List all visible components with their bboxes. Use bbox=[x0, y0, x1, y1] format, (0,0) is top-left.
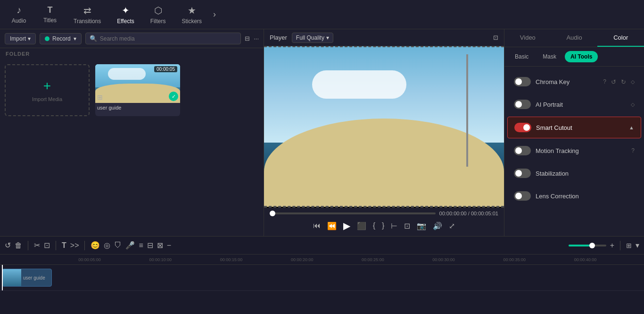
nav-filters[interactable]: ⬡ Filters bbox=[144, 2, 173, 27]
right-panel: Video Audio Color Basic Mask AI Tools bbox=[504, 29, 644, 236]
cut-icon[interactable]: ✂ bbox=[34, 241, 40, 250]
search-input[interactable] bbox=[100, 35, 237, 42]
import-button[interactable]: Import ▾ bbox=[5, 33, 36, 44]
mark-out-icon[interactable]: } bbox=[382, 221, 384, 230]
center-panel: Player Full Quality ▾ ⊡ bbox=[264, 29, 504, 236]
circle-icon[interactable]: ◎ bbox=[104, 241, 110, 250]
smart-cutout-expand-icon[interactable]: ▲ bbox=[629, 125, 634, 130]
nav-effects-label: Effects bbox=[117, 18, 134, 25]
effects-icon: ✦ bbox=[122, 5, 130, 16]
crop-icon[interactable]: ⊡ bbox=[44, 241, 50, 250]
ruler-mark-2: 00:00:10:00 bbox=[148, 257, 219, 262]
more-options-icon[interactable]: ··· bbox=[254, 35, 259, 42]
ai-tool-ai-portrait[interactable]: AI Portrait ◇ bbox=[507, 94, 641, 115]
timeline-tracks: user guide bbox=[0, 265, 644, 314]
ai-tool-chroma-key[interactable]: Chroma Key ? ↺ ↻ ◇ bbox=[507, 71, 641, 92]
ai-tool-stabilization[interactable]: Stabilization bbox=[507, 163, 641, 184]
ai-portrait-diamond-icon: ◇ bbox=[631, 102, 635, 108]
ai-portrait-toggle[interactable] bbox=[514, 100, 531, 109]
mic-icon[interactable]: 🎤 bbox=[125, 241, 135, 250]
minus-zoom-icon[interactable]: − bbox=[167, 241, 171, 250]
stabilization-toggle[interactable] bbox=[514, 169, 531, 178]
motion-tracking-help-icon[interactable]: ? bbox=[631, 147, 635, 154]
nav-expand-icon[interactable]: › bbox=[213, 9, 216, 19]
video-cloud bbox=[312, 70, 406, 99]
undo-icon[interactable]: ↺ bbox=[5, 241, 11, 250]
progress-thumb[interactable] bbox=[270, 211, 275, 216]
mark-in-icon[interactable]: { bbox=[373, 221, 375, 230]
step-back-icon[interactable]: ⏪ bbox=[327, 221, 337, 230]
split-icon[interactable]: ⊠ bbox=[157, 241, 163, 250]
zoom-control bbox=[569, 245, 606, 246]
subtab-basic[interactable]: Basic bbox=[509, 51, 534, 62]
progress-track[interactable] bbox=[270, 212, 436, 214]
chroma-key-undo-icon[interactable]: ↺ bbox=[611, 78, 616, 85]
nav-audio[interactable]: ♪ Audio bbox=[5, 2, 33, 27]
chroma-key-toggle[interactable] bbox=[514, 77, 531, 86]
snapshot-icon[interactable]: 📷 bbox=[417, 221, 426, 230]
media-item-user-guide[interactable]: 00:00:05 ⊞ ✓ user guide bbox=[95, 64, 180, 116]
media-duration: 00:00:05 bbox=[154, 66, 177, 72]
stickers-icon: ★ bbox=[188, 5, 196, 16]
track-row-video: user guide bbox=[0, 265, 644, 291]
emoji-icon[interactable]: 😊 bbox=[91, 241, 100, 250]
media-thumbnail: 00:00:05 ⊞ ✓ bbox=[95, 64, 180, 103]
ai-tool-smart-cutout[interactable]: Smart Cutout ▲ bbox=[507, 117, 641, 138]
toolbar-icons: ⊟ ··· bbox=[245, 35, 259, 42]
play-icon[interactable]: ▶ bbox=[343, 220, 350, 231]
filter-icon[interactable]: ⊟ bbox=[245, 35, 250, 42]
nav-transitions[interactable]: ⇄ Transitions bbox=[67, 2, 107, 27]
text-icon[interactable]: T bbox=[62, 241, 66, 250]
zoom-thumb[interactable] bbox=[589, 243, 595, 248]
quality-select[interactable]: Full Quality ▾ bbox=[292, 33, 333, 43]
nav-titles[interactable]: T Titles bbox=[36, 2, 64, 26]
search-area[interactable]: 🔍 bbox=[85, 33, 241, 44]
delete-icon[interactable]: 🗑 bbox=[15, 241, 22, 250]
progress-bar: 00:00:00:00 / 00:00:05:01 bbox=[270, 211, 498, 216]
fullscreen-icon[interactable]: ⊡ bbox=[493, 34, 498, 41]
more-icon[interactable]: ▾ bbox=[636, 241, 639, 250]
motion-tracking-toggle[interactable] bbox=[514, 146, 531, 155]
video-border-top bbox=[264, 46, 504, 48]
fullscreen-btn[interactable]: ⊡ bbox=[404, 221, 410, 230]
list-icon[interactable]: ≡ bbox=[139, 241, 143, 250]
toggle-knob bbox=[515, 170, 522, 177]
ai-tool-motion-tracking[interactable]: Motion Tracking ? bbox=[507, 140, 641, 161]
media-name: user guide bbox=[95, 103, 180, 111]
video-clip[interactable]: user guide bbox=[2, 269, 52, 287]
zoom-track[interactable] bbox=[569, 245, 606, 246]
lens-correction-toggle[interactable] bbox=[514, 191, 531, 201]
transitions-icon: ⇄ bbox=[83, 5, 91, 16]
record-button[interactable]: Record ▾ bbox=[40, 33, 82, 44]
nav-titles-label: Titles bbox=[43, 17, 57, 24]
chroma-key-diamond-icon: ◇ bbox=[631, 79, 635, 85]
tab-video[interactable]: Video bbox=[504, 29, 551, 47]
insert-icon[interactable]: ⊢ bbox=[391, 221, 397, 230]
subtitle-icon[interactable]: ⊟ bbox=[147, 241, 153, 250]
playhead[interactable] bbox=[2, 265, 3, 290]
separator bbox=[84, 241, 85, 250]
timeline-toolbar: ↺ 🗑 ✂ ⊡ T >> 😊 ◎ ⛉ 🎤 ≡ ⊟ ⊠ − + ⊞ ▾ bbox=[0, 237, 644, 255]
chroma-key-redo-icon[interactable]: ↻ bbox=[621, 78, 626, 85]
ai-tool-lens-correction[interactable]: Lens Correction bbox=[507, 186, 641, 206]
audio-icon[interactable]: 🔊 bbox=[433, 221, 442, 230]
grid-view-icon[interactable]: ⊞ bbox=[626, 242, 632, 249]
subtab-ai-tools[interactable]: AI Tools bbox=[565, 51, 598, 62]
nav-stickers[interactable]: ★ Stickers bbox=[175, 2, 208, 27]
nav-effects[interactable]: ✦ Effects bbox=[110, 2, 140, 27]
tab-audio[interactable]: Audio bbox=[551, 29, 598, 47]
skip-back-icon[interactable]: ⏮ bbox=[313, 221, 321, 230]
smart-cutout-toggle[interactable] bbox=[514, 123, 531, 132]
shield-icon[interactable]: ⛉ bbox=[114, 241, 122, 250]
transform-icon[interactable]: ⤢ bbox=[449, 221, 455, 230]
chroma-key-help-icon[interactable]: ? bbox=[603, 78, 606, 85]
subtab-mask[interactable]: Mask bbox=[537, 51, 562, 62]
forward-icon[interactable]: >> bbox=[70, 241, 79, 250]
ruler-mark-8: 00:00:40:00 bbox=[573, 257, 644, 262]
stop-icon[interactable]: ⬛ bbox=[357, 221, 366, 230]
tab-color[interactable]: Color bbox=[597, 29, 644, 47]
toggle-knob bbox=[515, 78, 522, 85]
import-media-button[interactable]: + Import Media bbox=[5, 64, 90, 116]
plus-zoom-icon[interactable]: + bbox=[610, 241, 614, 250]
stabilization-label: Stabilization bbox=[536, 170, 635, 177]
